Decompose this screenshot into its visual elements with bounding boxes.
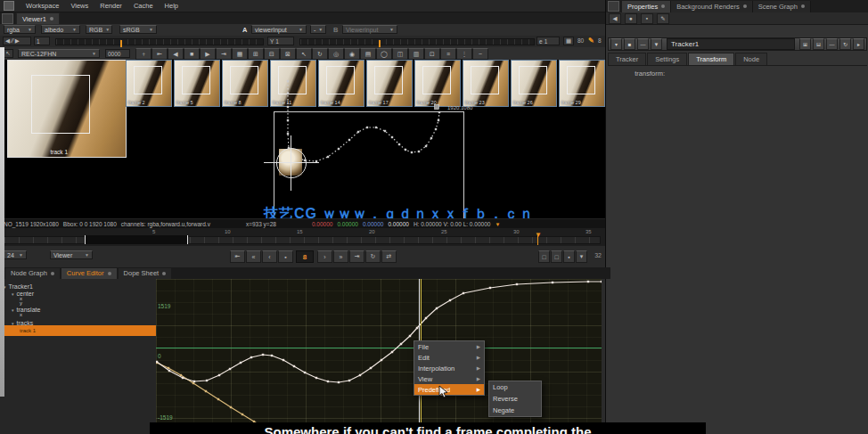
submenu-item-loop[interactable]: Loop bbox=[489, 381, 541, 393]
channel-dropdown[interactable]: RGB▼ bbox=[86, 25, 112, 34]
menu-item-file[interactable]: File▶ bbox=[414, 341, 484, 352]
menu-item-interpolation[interactable]: Interpolation▶ bbox=[414, 363, 484, 373]
viewer-canvas[interactable]: track 1 frame 2frame 5frame 8frame 11fra… bbox=[0, 60, 605, 218]
buffer-b-dropdown[interactable]: Viewerinput▼ bbox=[342, 25, 397, 34]
tracker-tool-13[interactable]: ◉ bbox=[344, 48, 360, 60]
bottom-tab-dope-sheet[interactable]: Dope Sheet bbox=[119, 268, 172, 279]
props-tool-icon-2[interactable]: ▪ bbox=[641, 13, 653, 24]
tracker-tool-16[interactable]: ◫ bbox=[392, 48, 408, 60]
transport-right-3[interactable]: ↻ bbox=[365, 250, 381, 263]
tracker-tool-21[interactable]: ~ bbox=[472, 48, 488, 60]
current-frame-field[interactable]: 8 bbox=[296, 250, 314, 263]
transport-right-1[interactable]: » bbox=[333, 250, 348, 263]
transport-left-3[interactable]: ▪ bbox=[278, 250, 293, 263]
tab-close-icon[interactable] bbox=[108, 272, 111, 275]
tracker-tool-19[interactable]: ≡ bbox=[440, 48, 456, 60]
tracker-tool-11[interactable]: ↻ bbox=[312, 48, 328, 60]
fps-dropdown[interactable]: 24▼ bbox=[4, 250, 27, 259]
tracker-tool-5[interactable]: ⇥ bbox=[216, 48, 232, 60]
viewer-lock-1[interactable]: □ bbox=[551, 250, 562, 263]
tracker-tool-0[interactable]: ＋ bbox=[135, 48, 151, 60]
tracker-tool-20[interactable]: ⋮ bbox=[456, 48, 472, 60]
tracker-tool-2[interactable]: ◀ bbox=[168, 48, 184, 60]
menu-render[interactable]: Render bbox=[100, 2, 122, 10]
transport-left-2[interactable]: ‹ bbox=[262, 250, 277, 263]
tree-row-Tracker1[interactable]: ▾Tracker1 bbox=[0, 283, 160, 290]
header-right-icon-0[interactable]: ⊞ bbox=[799, 38, 811, 50]
viewer-lock-3[interactable]: ▾ bbox=[576, 250, 587, 263]
tree-row-track-1[interactable]: track 1 bbox=[0, 325, 176, 336]
header-left-icon-1[interactable]: ■ bbox=[624, 38, 635, 50]
tracker-tool-6[interactable]: ▦ bbox=[232, 48, 248, 60]
props-tool-icon-0[interactable]: ◀ bbox=[609, 13, 621, 24]
tab-close-icon[interactable] bbox=[162, 272, 166, 275]
header-left-icon-2[interactable]: — bbox=[637, 38, 649, 50]
tab-close-icon[interactable] bbox=[743, 4, 747, 8]
header-left-icon-0[interactable]: ▾ bbox=[610, 38, 622, 50]
roi-icon[interactable]: ▦ bbox=[563, 37, 574, 45]
node-tab-tracker[interactable]: Tracker bbox=[608, 53, 646, 65]
pencil-icon[interactable]: ✎ bbox=[588, 37, 594, 45]
tracker-tool-1[interactable]: ⇤ bbox=[151, 48, 168, 60]
tracker-counter[interactable]: 0000 bbox=[105, 49, 130, 58]
viewer-lock-2[interactable]: ▪ bbox=[563, 250, 575, 263]
tracker-tool-17[interactable]: ▥ bbox=[408, 48, 424, 60]
exposure-field[interactable]: e1 bbox=[536, 37, 560, 45]
buffer-a-dropdown[interactable]: viewerInput▼ bbox=[251, 25, 307, 34]
pane-menu-icon[interactable] bbox=[608, 1, 619, 12]
menu-cache[interactable]: Cache bbox=[134, 2, 153, 10]
panel-tab-scene-graph[interactable]: Scene Graph bbox=[753, 1, 811, 12]
header-right-icon-1[interactable]: ⊟ bbox=[813, 38, 824, 50]
tracker-tool-3[interactable]: ■ bbox=[184, 48, 200, 60]
wipe-toggle[interactable]: ◀ ⁄⁄ ▶ bbox=[3, 37, 31, 45]
menu-help[interactable]: Help bbox=[165, 2, 178, 10]
panel-tab-properties[interactable]: Properties bbox=[622, 1, 671, 12]
ab-blend-dropdown[interactable]: -▼ bbox=[310, 25, 326, 34]
header-right-icon-3[interactable]: ↻ bbox=[839, 38, 851, 50]
transport-left-0[interactable]: ⇤ bbox=[230, 250, 245, 263]
header-right-icon-2[interactable]: — bbox=[826, 38, 838, 50]
tracker-tool-15[interactable]: ◯ bbox=[376, 48, 392, 60]
tree-row-y[interactable]: y bbox=[0, 300, 176, 306]
node-tab-settings[interactable]: Settings bbox=[647, 53, 687, 65]
curve-knob-tree[interactable]: ▾Tracker1▾centerxy▾translatex▾trackstrac… bbox=[0, 279, 157, 434]
submenu-item-reverse[interactable]: Reverse bbox=[489, 393, 541, 405]
tab-close-icon[interactable] bbox=[801, 4, 805, 8]
node-name-field[interactable]: Tracker1 bbox=[667, 38, 795, 50]
tab-close-icon[interactable] bbox=[50, 17, 53, 20]
viewer-timeline[interactable]: ▼ 5101520253035 bbox=[0, 228, 605, 247]
transport-right-4[interactable]: ⇄ bbox=[381, 250, 397, 263]
bottom-tab-node-graph[interactable]: Node Graph bbox=[5, 268, 60, 279]
tracker-anchor-icon[interactable] bbox=[276, 148, 307, 178]
menu-workspace[interactable]: Workspace bbox=[26, 2, 59, 10]
header-right-icon-4[interactable]: ▸ bbox=[853, 38, 864, 50]
viewer-sync-dropdown[interactable]: Viewer▼ bbox=[50, 250, 93, 259]
swatch-triangle-icon[interactable]: ▼ bbox=[495, 222, 500, 227]
menu-views[interactable]: Views bbox=[70, 2, 88, 10]
layer-dropdown[interactable]: rgba▼ bbox=[4, 25, 36, 34]
tracker-tool-12[interactable]: ◎ bbox=[328, 48, 344, 60]
header-left-icon-3[interactable]: ▼ bbox=[651, 38, 662, 50]
transport-right-2[interactable]: ⇥ bbox=[349, 250, 364, 263]
tab-close-icon[interactable] bbox=[661, 4, 665, 8]
node-tab-transform[interactable]: Transform bbox=[688, 53, 734, 65]
bottom-tab-curve-editor[interactable]: Curve Editor bbox=[61, 268, 117, 279]
tracker-tool-14[interactable]: ▤ bbox=[360, 48, 376, 60]
tracker-tool-18[interactable]: ⊡ bbox=[424, 48, 440, 60]
transport-left-1[interactable]: « bbox=[246, 250, 261, 263]
tree-row-x[interactable]: x bbox=[0, 312, 176, 317]
tracker-tool-10[interactable]: ↖ bbox=[296, 48, 312, 60]
gamma-slider[interactable] bbox=[299, 38, 535, 45]
panel-tab-background-renders[interactable]: Background Renders bbox=[671, 1, 752, 12]
tracker-tool-8[interactable]: ⊟ bbox=[264, 48, 280, 60]
aov-dropdown[interactable]: albedo▼ bbox=[41, 25, 80, 34]
props-tool-icon-3[interactable]: ✎ bbox=[657, 13, 669, 24]
tracker-clip-dropdown[interactable]: REC-12FHN▼ bbox=[18, 49, 100, 58]
viewer-lock-0[interactable]: □ bbox=[538, 250, 550, 263]
tab-close-icon[interactable] bbox=[51, 272, 54, 275]
gain-field[interactable]: 1 bbox=[34, 37, 50, 45]
tracker-tool-4[interactable]: ▶ bbox=[200, 48, 216, 60]
menu-item-edit[interactable]: Edit▶ bbox=[414, 352, 484, 363]
pane-menu-icon[interactable] bbox=[2, 13, 13, 24]
props-tool-icon-1[interactable]: ● bbox=[625, 13, 637, 24]
